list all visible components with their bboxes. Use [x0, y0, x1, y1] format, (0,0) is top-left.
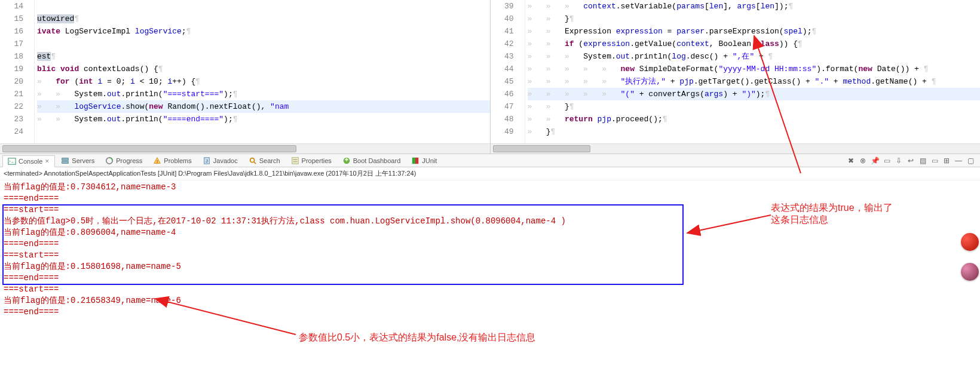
tab-label: Boot Dashboard — [353, 157, 401, 164]
close-icon[interactable]: ✕ — [45, 158, 50, 164]
right-editor: 3940414243444546474849 » » » context.set… — [491, 0, 981, 154]
code-line[interactable]: est¶ — [37, 50, 490, 63]
editor-split: 1415161718192021222324 utowired¶ivate Lo… — [0, 0, 980, 154]
badge-icon[interactable] — [961, 263, 979, 281]
tab-console[interactable]: Console✕ — [2, 155, 55, 167]
code-line[interactable]: » » » » » "执行方法," + pjp.getTarget().getC… — [528, 75, 981, 88]
scroll-lock-button[interactable]: ⇩ — [894, 156, 904, 165]
code-line[interactable]: » » System.out.println("===start===");¶ — [37, 88, 490, 100]
code-line[interactable]: blic void contextLoads() {¶ — [37, 63, 490, 75]
code-line[interactable] — [37, 38, 490, 50]
tab-progress[interactable]: Progress — [100, 155, 147, 167]
code-line[interactable]: utowired¶ — [37, 13, 490, 25]
terminated-label: <terminated> AnnotationSpelAspectApplica… — [0, 167, 980, 180]
code-line[interactable]: ivate LogServiceImpl logService;¶ — [37, 25, 490, 38]
properties-icon — [291, 157, 299, 165]
console-line: 当前flag的值是:0.15801698,name=name-5 — [4, 261, 976, 272]
tab-properties[interactable]: Properties — [286, 155, 336, 167]
console-line: 当前flag的值是:0.7304612,name=name-3 — [4, 182, 976, 193]
console-line: ====end==== — [4, 306, 976, 318]
progress-icon — [105, 157, 114, 165]
left-code[interactable]: utowired¶ivate LogServiceImpl logService… — [35, 0, 490, 143]
svg-text:!: ! — [157, 158, 158, 164]
tab-problems[interactable]: !Problems — [148, 155, 196, 167]
side-badges — [961, 233, 979, 281]
right-code-area[interactable]: 3940414243444546474849 » » » context.set… — [491, 0, 981, 143]
code-line[interactable]: » » » » » new SimpleDateFormat("yyyy-MM-… — [528, 63, 981, 75]
console-line: ===start=== — [4, 284, 976, 295]
svg-rect-13 — [412, 157, 415, 164]
svg-rect-1 — [62, 158, 69, 160]
left-code-area[interactable]: 1415161718192021222324 utowired¶ivate Lo… — [0, 0, 490, 143]
code-line[interactable]: » » System.out.println("====end====");¶ — [37, 113, 490, 125]
tab-servers[interactable]: Servers — [56, 155, 99, 167]
word-wrap-button[interactable]: ↩ — [906, 156, 915, 165]
pin-button[interactable]: 📌 — [870, 156, 880, 165]
console-icon — [8, 157, 16, 165]
code-line[interactable]: » » » » » "(" + convertArgs(args) + ")")… — [528, 88, 981, 100]
bottom-panel: Console✕ServersProgress!ProblemsJJavadoc… — [0, 154, 980, 357]
console-line: 当前flag的值是:0.8096004,name=name-4 — [4, 227, 976, 238]
boot-icon — [342, 157, 351, 165]
tab-label: JUnit — [422, 157, 437, 164]
remove-launch-button[interactable]: ✖ — [846, 156, 856, 165]
tab-bar: Console✕ServersProgress!ProblemsJJavadoc… — [0, 154, 980, 167]
left-hscroll[interactable] — [0, 143, 490, 154]
svg-rect-0 — [8, 158, 16, 164]
console-line: ====end==== — [4, 238, 976, 250]
tab-label: Search — [259, 157, 280, 164]
tab-label: Servers — [72, 157, 94, 164]
code-line[interactable]: » » logService.show(new Random().nextFlo… — [37, 100, 490, 113]
code-line[interactable]: » for (int i = 0; i < 10; i++) {¶ — [37, 75, 490, 88]
code-line[interactable]: » » return pjp.proceed();¶ — [528, 113, 981, 125]
svg-rect-14 — [415, 157, 418, 164]
right-gutter: 3940414243444546474849 — [491, 0, 525, 143]
junit-icon — [411, 157, 419, 165]
left-editor: 1415161718192021222324 utowired¶ivate Lo… — [0, 0, 491, 154]
code-line[interactable]: » » }¶ — [528, 13, 981, 25]
javadoc-icon: J — [203, 157, 211, 165]
console-output[interactable]: 当前flag的值是:0.7304612,name=name-3====end==… — [0, 180, 980, 357]
code-line[interactable] — [37, 0, 490, 13]
svg-line-8 — [254, 161, 256, 164]
code-line[interactable]: » » }¶ — [528, 100, 981, 113]
svg-rect-2 — [62, 161, 69, 163]
toggle-button[interactable]: ⊞ — [942, 156, 951, 165]
min-button[interactable]: — — [954, 156, 963, 165]
console-line: ====end==== — [4, 272, 976, 284]
tab-label: Console — [19, 158, 42, 165]
right-hscroll[interactable] — [491, 143, 981, 154]
open-console-button[interactable]: ▤ — [918, 156, 927, 165]
remove-all-button[interactable]: ⊗ — [858, 156, 868, 165]
tab-label: Problems — [164, 157, 191, 164]
code-line[interactable]: » » » System.out.println(log.desc() + ",… — [528, 50, 981, 63]
code-line[interactable]: » » » context.setVariable(params[len], a… — [528, 0, 981, 13]
console-line: 当参数的值flag>0.5时，输出一个日志,在2017-10-02 11:37:… — [4, 216, 976, 227]
svg-rect-9 — [292, 157, 298, 164]
servers-icon — [61, 157, 69, 165]
tab-boot[interactable]: Boot Dashboard — [338, 155, 406, 167]
code-line[interactable]: » » Expression expression = parser.parse… — [528, 25, 981, 38]
console-line: ===start=== — [4, 250, 976, 261]
console-line: ===start=== — [4, 204, 976, 216]
code-line[interactable] — [37, 125, 490, 138]
code-line[interactable]: » » if (expression.getValue(context, Boo… — [528, 38, 981, 50]
clear-button[interactable]: ▭ — [930, 156, 939, 165]
max-button[interactable]: ▢ — [966, 156, 975, 165]
display-button[interactable]: ▭ — [882, 156, 892, 165]
tab-label: Progress — [116, 157, 142, 164]
tab-javadoc[interactable]: JJavadoc — [198, 155, 243, 167]
right-code[interactable]: » » » context.setVariable(params[len], a… — [525, 0, 981, 143]
badge-icon[interactable] — [961, 233, 979, 251]
console-line: ====end==== — [4, 193, 976, 204]
tab-label: Properties — [302, 157, 332, 164]
console-toolbar: ✖⊗📌▭⇩↩▤▭⊞—▢ — [846, 156, 978, 165]
svg-point-7 — [250, 158, 254, 162]
tab-junit[interactable]: JUnit — [406, 155, 442, 167]
code-line[interactable]: » }¶ — [528, 125, 981, 138]
tab-search[interactable]: Search — [244, 155, 285, 167]
console-line: 当前flag的值是:0.21658349,name=name-6 — [4, 295, 976, 306]
left-gutter: 1415161718192021222324 — [0, 0, 35, 143]
problems-icon: ! — [153, 157, 161, 165]
search-icon — [249, 157, 257, 165]
